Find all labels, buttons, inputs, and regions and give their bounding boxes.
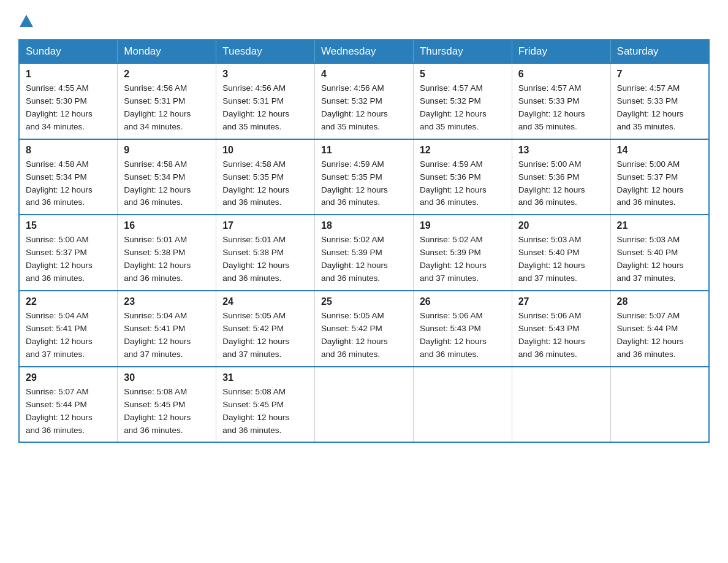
- day-number: 11: [321, 145, 407, 156]
- calendar-cell: 7Sunrise: 4:57 AM Sunset: 5:33 PM Daylig…: [610, 63, 709, 139]
- calendar-cell: 26Sunrise: 5:06 AM Sunset: 5:43 PM Dayli…: [413, 291, 512, 367]
- calendar-cell: 9Sunrise: 4:58 AM Sunset: 5:34 PM Daylig…: [118, 139, 216, 215]
- day-info: Sunrise: 5:00 AM Sunset: 5:37 PM Dayligh…: [617, 158, 702, 210]
- day-info: Sunrise: 4:56 AM Sunset: 5:31 PM Dayligh…: [222, 82, 308, 134]
- day-info: Sunrise: 5:03 AM Sunset: 5:40 PM Dayligh…: [617, 234, 702, 285]
- day-info: Sunrise: 5:06 AM Sunset: 5:43 PM Dayligh…: [420, 310, 506, 361]
- calendar-cell: 13Sunrise: 5:00 AM Sunset: 5:36 PM Dayli…: [512, 139, 610, 215]
- day-number: 10: [222, 145, 308, 156]
- day-info: Sunrise: 4:57 AM Sunset: 5:32 PM Dayligh…: [420, 82, 506, 134]
- calendar-cell: 18Sunrise: 5:02 AM Sunset: 5:39 PM Dayli…: [315, 215, 414, 291]
- day-info: Sunrise: 5:04 AM Sunset: 5:41 PM Dayligh…: [26, 310, 111, 361]
- weekday-header-wednesday: Wednesday: [315, 40, 414, 63]
- weekday-header-row: SundayMondayTuesdayWednesdayThursdayFrid…: [19, 40, 709, 63]
- day-info: Sunrise: 5:05 AM Sunset: 5:42 PM Dayligh…: [321, 310, 407, 361]
- logo: [18, 12, 33, 27]
- day-info: Sunrise: 4:57 AM Sunset: 5:33 PM Dayligh…: [518, 82, 604, 134]
- day-info: Sunrise: 4:56 AM Sunset: 5:32 PM Dayligh…: [321, 82, 407, 134]
- weekday-header-monday: Monday: [118, 40, 216, 63]
- day-number: 23: [124, 296, 210, 307]
- day-number: 4: [321, 69, 407, 80]
- day-number: 21: [617, 220, 702, 231]
- calendar-cell: 2Sunrise: 4:56 AM Sunset: 5:31 PM Daylig…: [118, 63, 216, 139]
- day-info: Sunrise: 5:08 AM Sunset: 5:45 PM Dayligh…: [124, 386, 210, 437]
- calendar-cell: 8Sunrise: 4:58 AM Sunset: 5:34 PM Daylig…: [19, 139, 118, 215]
- day-number: 17: [222, 220, 308, 231]
- calendar-cell: 30Sunrise: 5:08 AM Sunset: 5:45 PM Dayli…: [118, 367, 216, 443]
- calendar-cell: 17Sunrise: 5:01 AM Sunset: 5:38 PM Dayli…: [216, 215, 315, 291]
- svg-marker-0: [20, 15, 33, 27]
- day-info: Sunrise: 5:07 AM Sunset: 5:44 PM Dayligh…: [617, 310, 702, 361]
- calendar-cell: [512, 367, 610, 443]
- calendar-cell: 3Sunrise: 4:56 AM Sunset: 5:31 PM Daylig…: [216, 63, 315, 139]
- calendar-cell: 22Sunrise: 5:04 AM Sunset: 5:41 PM Dayli…: [19, 291, 118, 367]
- day-number: 25: [321, 296, 407, 307]
- calendar-cell: [413, 367, 512, 443]
- day-info: Sunrise: 4:58 AM Sunset: 5:34 PM Dayligh…: [26, 158, 111, 210]
- day-info: Sunrise: 4:59 AM Sunset: 5:36 PM Dayligh…: [420, 158, 506, 210]
- calendar-week-row: 22Sunrise: 5:04 AM Sunset: 5:41 PM Dayli…: [19, 291, 709, 367]
- weekday-header-friday: Friday: [512, 40, 610, 63]
- day-number: 22: [26, 296, 111, 307]
- calendar-cell: 10Sunrise: 4:58 AM Sunset: 5:35 PM Dayli…: [216, 139, 315, 215]
- day-number: 18: [321, 220, 407, 231]
- day-info: Sunrise: 4:58 AM Sunset: 5:34 PM Dayligh…: [124, 158, 210, 210]
- day-info: Sunrise: 5:00 AM Sunset: 5:36 PM Dayligh…: [518, 158, 604, 210]
- calendar-cell: 11Sunrise: 4:59 AM Sunset: 5:35 PM Dayli…: [315, 139, 414, 215]
- day-info: Sunrise: 5:02 AM Sunset: 5:39 PM Dayligh…: [321, 234, 407, 285]
- day-info: Sunrise: 5:00 AM Sunset: 5:37 PM Dayligh…: [26, 234, 111, 285]
- day-number: 20: [518, 220, 604, 231]
- day-number: 15: [26, 220, 111, 231]
- day-number: 13: [518, 145, 604, 156]
- day-info: Sunrise: 5:03 AM Sunset: 5:40 PM Dayligh…: [518, 234, 604, 285]
- calendar-cell: 14Sunrise: 5:00 AM Sunset: 5:37 PM Dayli…: [610, 139, 709, 215]
- calendar-cell: 29Sunrise: 5:07 AM Sunset: 5:44 PM Dayli…: [19, 367, 118, 443]
- day-number: 12: [420, 145, 506, 156]
- calendar-week-row: 15Sunrise: 5:00 AM Sunset: 5:37 PM Dayli…: [19, 215, 709, 291]
- calendar-cell: [315, 367, 414, 443]
- day-info: Sunrise: 4:55 AM Sunset: 5:30 PM Dayligh…: [26, 82, 111, 134]
- day-number: 29: [26, 372, 111, 383]
- day-number: 24: [222, 296, 308, 307]
- day-number: 31: [222, 372, 308, 383]
- day-info: Sunrise: 5:02 AM Sunset: 5:39 PM Dayligh…: [420, 234, 506, 285]
- day-number: 27: [518, 296, 604, 307]
- calendar-cell: 23Sunrise: 5:04 AM Sunset: 5:41 PM Dayli…: [118, 291, 216, 367]
- weekday-header-tuesday: Tuesday: [216, 40, 315, 63]
- day-number: 9: [124, 145, 210, 156]
- calendar-cell: 12Sunrise: 4:59 AM Sunset: 5:36 PM Dayli…: [413, 139, 512, 215]
- calendar-cell: 21Sunrise: 5:03 AM Sunset: 5:40 PM Dayli…: [610, 215, 709, 291]
- day-number: 1: [26, 69, 111, 80]
- day-number: 6: [518, 69, 604, 80]
- day-info: Sunrise: 4:59 AM Sunset: 5:35 PM Dayligh…: [321, 158, 407, 210]
- day-info: Sunrise: 4:57 AM Sunset: 5:33 PM Dayligh…: [617, 82, 702, 134]
- calendar-cell: 1Sunrise: 4:55 AM Sunset: 5:30 PM Daylig…: [19, 63, 118, 139]
- day-number: 5: [420, 69, 506, 80]
- calendar-cell: 31Sunrise: 5:08 AM Sunset: 5:45 PM Dayli…: [216, 367, 315, 443]
- calendar-cell: 19Sunrise: 5:02 AM Sunset: 5:39 PM Dayli…: [413, 215, 512, 291]
- day-number: 8: [26, 145, 111, 156]
- day-info: Sunrise: 5:08 AM Sunset: 5:45 PM Dayligh…: [222, 386, 308, 437]
- weekday-header-thursday: Thursday: [413, 40, 512, 63]
- day-info: Sunrise: 4:58 AM Sunset: 5:35 PM Dayligh…: [222, 158, 308, 210]
- day-info: Sunrise: 5:07 AM Sunset: 5:44 PM Dayligh…: [26, 386, 111, 437]
- calendar-cell: 4Sunrise: 4:56 AM Sunset: 5:32 PM Daylig…: [315, 63, 414, 139]
- calendar-cell: 24Sunrise: 5:05 AM Sunset: 5:42 PM Dayli…: [216, 291, 315, 367]
- day-info: Sunrise: 5:06 AM Sunset: 5:43 PM Dayligh…: [518, 310, 604, 361]
- day-info: Sunrise: 5:01 AM Sunset: 5:38 PM Dayligh…: [222, 234, 308, 285]
- calendar-cell: [610, 367, 709, 443]
- day-number: 30: [124, 372, 210, 383]
- calendar-week-row: 29Sunrise: 5:07 AM Sunset: 5:44 PM Dayli…: [19, 367, 709, 443]
- calendar-cell: 15Sunrise: 5:00 AM Sunset: 5:37 PM Dayli…: [19, 215, 118, 291]
- calendar-cell: 6Sunrise: 4:57 AM Sunset: 5:33 PM Daylig…: [512, 63, 610, 139]
- weekday-header-saturday: Saturday: [610, 40, 709, 63]
- day-number: 28: [617, 296, 702, 307]
- day-number: 7: [617, 69, 702, 80]
- weekday-header-sunday: Sunday: [19, 40, 118, 63]
- calendar-table: SundayMondayTuesdayWednesdayThursdayFrid…: [18, 39, 710, 443]
- calendar-cell: 5Sunrise: 4:57 AM Sunset: 5:32 PM Daylig…: [413, 63, 512, 139]
- day-number: 2: [124, 69, 210, 80]
- day-number: 14: [617, 145, 702, 156]
- day-info: Sunrise: 4:56 AM Sunset: 5:31 PM Dayligh…: [124, 82, 210, 134]
- day-number: 3: [222, 69, 308, 80]
